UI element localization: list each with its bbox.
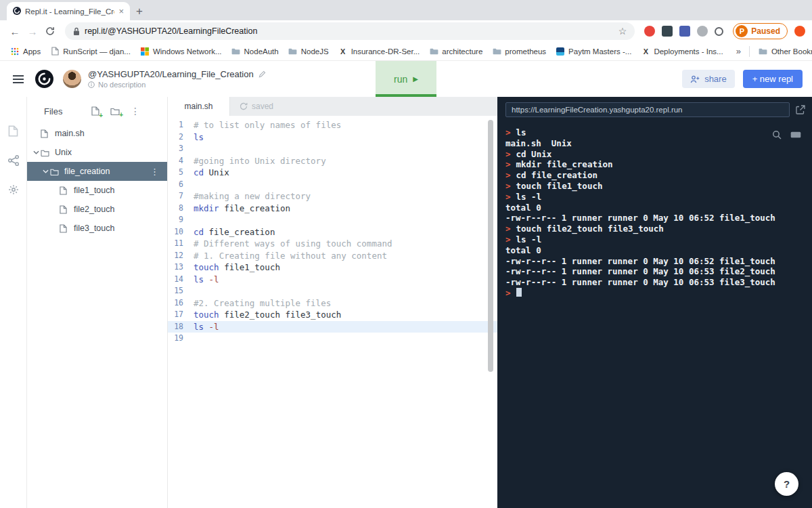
code-line[interactable]: 12 # 1. Creating file without any conten… (168, 250, 497, 262)
folder-icon (429, 47, 438, 56)
code-line[interactable]: 11 # Different ways of using touch comma… (168, 238, 497, 250)
browser-tab-active[interactable]: Repl.it - Learning_File_Creation × (7, 2, 130, 20)
file-tree-item[interactable]: main.sh ⋮ (27, 124, 167, 143)
extension-icon[interactable] (662, 26, 673, 37)
add-file-icon[interactable]: + (91, 106, 99, 116)
bookmark-item[interactable]: X Deployments - Ins... (636, 42, 727, 60)
code-line[interactable]: 1 # to list only names of files (168, 119, 497, 131)
url-bar[interactable]: repl.it/@YASHGUPTA20/LearningFileCreatio… (65, 22, 635, 40)
bookmarks-list: X Apps (5, 42, 728, 60)
file-tree-item[interactable]: file3_touch ⋮ (27, 219, 167, 238)
terminal-text: cd Unix (516, 149, 552, 159)
extension-icon[interactable] (715, 27, 723, 36)
other-bookmarks[interactable]: Other Bookmarks (754, 42, 812, 60)
hamburger-menu-icon[interactable] (12, 75, 24, 84)
user-avatar[interactable] (63, 70, 81, 88)
code-line[interactable]: 14 ls -l (168, 274, 497, 286)
add-folder-icon[interactable]: + (110, 107, 120, 115)
code-line[interactable]: 13 touch file1_touch (168, 261, 497, 274)
terminal-output[interactable]: >ls main.sh Unix >cd Unix >mkdir file_cr… (497, 121, 812, 305)
code-text: touch file1_touch (194, 261, 280, 274)
code-line[interactable]: 19 (168, 333, 497, 345)
tab-title: Repl.it - Learning_File_Creation (25, 7, 114, 16)
share-button[interactable]: share (682, 70, 735, 88)
files-nav-icon[interactable] (8, 125, 18, 137)
chevron-down-icon[interactable] (31, 150, 41, 154)
back-icon[interactable]: ← (7, 23, 23, 39)
repl-path: @YASHGUPTA20/Learning_File_Creation (88, 69, 254, 79)
code-line[interactable]: 16 #2. Creating multiple files (168, 297, 497, 310)
bookmark-item[interactable]: X RunScript — djan... (45, 42, 135, 60)
paused-label: Paused (751, 26, 780, 36)
bookmark-item[interactable]: X Apps (5, 42, 45, 60)
files-panel: Files + + ⋮ (27, 97, 168, 508)
code-line[interactable]: 4 #going into Unix directory (168, 155, 497, 167)
bookmark-item[interactable]: X architecture (424, 42, 487, 60)
terminal-line: >touch file1_touch (505, 181, 804, 192)
code-line[interactable]: 17 touch file2_touch file3_touch (168, 309, 497, 321)
bookmark-item[interactable]: X Windows Network... (135, 42, 227, 60)
code-line[interactable]: 18 ls -l (168, 321, 497, 333)
new-repl-button[interactable]: + new repl (743, 70, 803, 88)
prompt-symbol: > (505, 170, 511, 180)
extension-icon[interactable] (644, 26, 655, 37)
bookmark-item[interactable]: X Insurance-DR-Ser... (334, 42, 425, 60)
terminal-line: main.sh Unix (505, 138, 804, 149)
code-line[interactable]: 9 (168, 214, 497, 226)
code-line[interactable]: 10 cd file_creation (168, 226, 497, 238)
bookmark-star-icon[interactable]: ☆ (618, 26, 627, 37)
code-area[interactable]: 1 # to list only names of files 2 ls 3 (168, 116, 497, 508)
line-number: 13 (168, 261, 194, 274)
file-tree-item[interactable]: file2_touch ⋮ (27, 200, 167, 219)
search-icon[interactable] (772, 130, 782, 140)
bookmark-item[interactable]: X NodeAuth (227, 42, 284, 60)
x-icon: X (338, 47, 348, 56)
run-button[interactable]: run ▶ (376, 61, 436, 97)
code-line[interactable]: 6 (168, 179, 497, 191)
file-name: file1_touch (74, 186, 114, 195)
left-icon-rail (0, 97, 27, 508)
editor-scrollbar[interactable] (488, 120, 493, 372)
prompt-symbol: > (505, 181, 511, 191)
file-icon (60, 224, 69, 233)
file-options-icon[interactable]: ⋮ (150, 167, 159, 177)
chevron-down-icon[interactable] (41, 169, 50, 173)
files-options-icon[interactable]: ⋮ (131, 106, 140, 117)
bookmark-item[interactable]: X prometheus (487, 42, 551, 60)
code-line[interactable]: 15 (168, 285, 497, 297)
bookmark-item[interactable]: X Paytm Masters -... (551, 42, 636, 60)
bookmark-item[interactable]: X NodeJS (284, 42, 334, 60)
settings-gear-icon[interactable] (8, 184, 19, 195)
code-text: # Different ways of using touch command (194, 238, 392, 250)
file-tree-item[interactable]: file_creation ⋮ (27, 162, 167, 181)
share-nodes-icon[interactable] (8, 155, 19, 166)
code-line[interactable]: 8 mkdir file_creation (168, 203, 497, 215)
line-number: 18 (168, 321, 194, 333)
forward-icon[interactable]: → (24, 23, 41, 39)
page-icon (50, 47, 60, 56)
info-icon (88, 81, 95, 88)
code-line[interactable]: 2 ls (168, 131, 497, 144)
code-line[interactable]: 3 (168, 143, 497, 155)
reload-icon[interactable] (42, 23, 58, 39)
profile-paused-badge[interactable]: P Paused (733, 23, 788, 39)
paytm-icon (556, 47, 565, 56)
new-tab-button[interactable]: + (130, 2, 149, 20)
extension-icon[interactable] (679, 26, 690, 37)
open-in-new-tab-icon[interactable] (796, 105, 805, 114)
profile-avatar-icon[interactable] (794, 26, 805, 37)
file-name: main.sh (55, 129, 85, 138)
extension-icon[interactable] (697, 26, 708, 37)
edit-pencil-icon[interactable] (258, 70, 266, 78)
code-line[interactable]: 7 #making a new directory (168, 190, 497, 203)
webview-url-bar[interactable]: https://LearningFileCreation.yashgupta20… (505, 102, 790, 117)
help-button[interactable]: ? (775, 472, 798, 496)
code-line[interactable]: 5 cd Unix (168, 167, 497, 179)
bookmarks-overflow-chevron[interactable]: » (728, 46, 749, 56)
keyboard-icon[interactable] (790, 131, 801, 138)
tab-close-icon[interactable]: × (118, 6, 124, 16)
file-tree-item[interactable]: Unix ⋮ (27, 143, 167, 162)
replit-logo[interactable] (35, 70, 53, 88)
file-tree-item[interactable]: file1_touch ⋮ (27, 181, 167, 200)
editor-tab-main-sh[interactable]: main.sh (168, 97, 230, 116)
